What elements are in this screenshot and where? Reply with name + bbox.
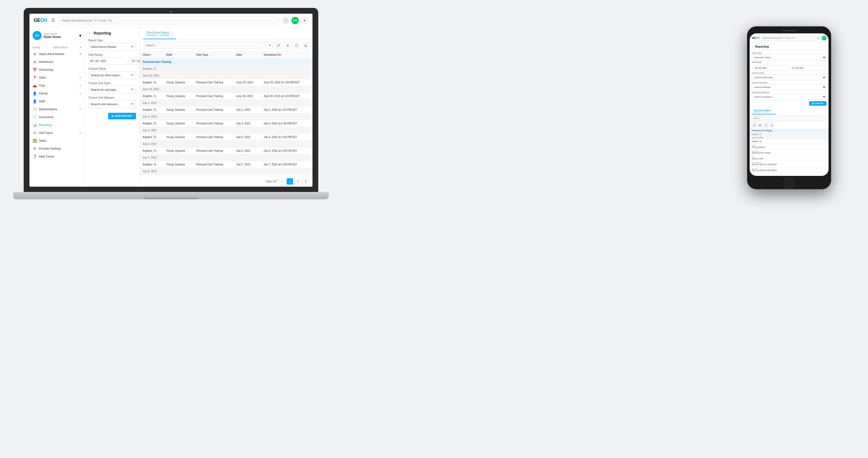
- table-cell-scheduled_on: July 1, 2022 at 1:45 PM EDT: [261, 106, 312, 113]
- sidebar-item-label: Scheduling: [39, 68, 81, 71]
- phone-date-range-row: →: [752, 64, 827, 70]
- phone-avatar-button[interactable]: DV: [822, 36, 827, 40]
- report-type-label: Report Type: [88, 39, 136, 42]
- phone-tab-content: Client Hours Report 6/29/2022 - 7/13/202…: [753, 109, 771, 113]
- col-date[interactable]: Date: [234, 51, 261, 59]
- report-tab[interactable]: Client Hours Report 6/29/2022 - 7/13/202…: [143, 31, 176, 39]
- global-search-input[interactable]: [59, 17, 279, 25]
- phone-visit-types-select[interactable]: Search by visit type...: [752, 84, 827, 90]
- phone-data-row-staff: Staff Young, Quianna: [750, 143, 829, 149]
- table-row[interactable]: Angeles, TyYoung, QuiannaPersonal Care T…: [140, 134, 312, 141]
- phone-staff-value: Young, Quianna: [752, 146, 827, 148]
- clear-search-button[interactable]: ✕: [266, 42, 273, 48]
- phone-excel-button[interactable]: 📊: [769, 123, 774, 128]
- user-info: GeoH Demo Dylan Vester: [44, 33, 77, 38]
- phone-report-tab[interactable]: Client Hours Report 6/29/2022 - 7/13/202…: [752, 109, 776, 115]
- choose-visit-statuses-select[interactable]: Search visit statuses...: [88, 100, 136, 108]
- back-button[interactable]: ←: [88, 31, 92, 35]
- page-3-button[interactable]: 3: [303, 178, 309, 185]
- phone-tab-bar: Client Hours Report 6/29/2022 - 7/13/202…: [750, 107, 829, 115]
- close-tab-button[interactable]: ×: [171, 32, 173, 35]
- sidebar-item-tasks[interactable]: ✅ Tasks: [29, 137, 85, 144]
- sidebar-item-super-admin[interactable]: ⊞ Super Administrator ▾: [29, 50, 85, 58]
- phone-visit-statuses-select[interactable]: Search visit statuses...: [752, 94, 827, 100]
- table-row[interactable]: Angeles, TyYoung, QuiannaPersonal Care T…: [140, 161, 312, 168]
- sidebar-item-clients[interactable]: 👤 Clients +: [29, 89, 85, 97]
- phone-date-range-label: Date Range: [752, 61, 827, 63]
- table-row[interactable]: Angeles, TyYoung, QuiannaPersonal Care T…: [140, 106, 312, 113]
- table-row[interactable]: Angeles, TyYoung, QuiannaPersonal Care T…: [140, 79, 312, 86]
- col-scheduled-on[interactable]: Scheduled On: [261, 51, 312, 59]
- phone-close-tab-button[interactable]: ×: [773, 110, 774, 112]
- phone-share-button[interactable]: 🔗: [752, 123, 756, 128]
- add-client-icon[interactable]: +: [79, 91, 81, 95]
- phone-visit-types-field: Choose Visit Types Search by visit type.…: [750, 80, 829, 90]
- phone-csv-button[interactable]: 📋: [763, 123, 768, 128]
- sidebar-item-help-center[interactable]: ❓ Help Center: [29, 153, 85, 160]
- prev-page-button[interactable]: ‹: [279, 178, 285, 185]
- hamburger-button[interactable]: ☰: [50, 17, 56, 24]
- sidebar-item-reporting[interactable]: 📊 Reporting: [29, 121, 85, 129]
- date-from-input[interactable]: [88, 57, 125, 65]
- table-cell-staff: Young, Quianna: [164, 93, 194, 100]
- report-search-input[interactable]: [144, 41, 264, 49]
- page-1-button[interactable]: 1: [287, 178, 293, 185]
- page-2-button[interactable]: 2: [294, 178, 301, 185]
- user-icon-button[interactable]: DV: [291, 17, 299, 24]
- col-client[interactable]: Client ↕: [140, 51, 164, 59]
- phone-date-to[interactable]: [791, 65, 825, 70]
- export-excel-button[interactable]: 📊: [302, 42, 309, 48]
- run-report-button[interactable]: ▶ RUN REPORT: [108, 113, 136, 119]
- choose-clients-select[interactable]: Search by client name...: [88, 71, 136, 79]
- sidebar-item-staff[interactable]: 👤 Staff: [29, 97, 85, 105]
- phone-clear-search-button[interactable]: ✕: [825, 117, 827, 119]
- table-cell-visit_type: Personal Care Training: [194, 161, 234, 168]
- phone-run-report-button[interactable]: RUN REPORT: [809, 101, 827, 106]
- table-row[interactable]: Angeles, TyYoung, QuiannaPersonal Care T…: [140, 120, 312, 127]
- sidebar-item-provider-settings[interactable]: ⚙ Provider Settings: [29, 144, 85, 153]
- phone-report-type-select[interactable]: Client Hours Report: [752, 55, 827, 60]
- sidebar-item-label: Provider Settings: [39, 147, 81, 150]
- phone-print-button[interactable]: 🖨: [757, 123, 762, 128]
- table-cell-date: July 7, 2022: [234, 161, 261, 168]
- phone-history-button[interactable]: 🕐: [817, 37, 820, 39]
- phone-report-search-input[interactable]: [752, 116, 824, 121]
- report-type-select[interactable]: Client Hours Report: [88, 43, 136, 51]
- export-csv-button[interactable]: 📋: [293, 42, 300, 48]
- sidebar-item-label: Visit Types: [39, 131, 77, 134]
- sidebar-item-dashboard[interactable]: ⊞ Dashboard: [29, 58, 85, 66]
- add-auth-icon[interactable]: +: [79, 107, 81, 111]
- choose-visit-types-select[interactable]: Search by visit type...: [88, 86, 136, 94]
- sidebar-item-visit-types[interactable]: 🏷 Visit Types +: [29, 129, 85, 137]
- settings-icon-button[interactable]: ▾: [301, 17, 308, 24]
- col-staff[interactable]: Staff: [164, 51, 194, 59]
- visit-types-icon: 🏷: [33, 131, 37, 135]
- add-visit-type-icon[interactable]: +: [79, 131, 81, 135]
- trips-icon: 🚗: [33, 83, 37, 88]
- sidebar-item-scheduling[interactable]: 📅 Scheduling: [29, 66, 85, 74]
- table-subgroup-header: Angeles, Ty: [140, 65, 312, 72]
- print-icon-button[interactable]: 🖨: [284, 42, 291, 48]
- table-row[interactable]: Angeles, TyYoung, QuiannaPersonal Care T…: [140, 93, 312, 100]
- add-visit-icon[interactable]: +: [79, 75, 81, 80]
- run-btn-label: RUN REPORT: [115, 115, 132, 118]
- sidebar-item-authorizations[interactable]: 🛡 Authorizations +: [29, 105, 85, 113]
- sidebar-item-visits[interactable]: 📍 Visits +: [29, 74, 85, 81]
- add-trip-icon[interactable]: +: [79, 83, 81, 88]
- history-icon-button[interactable]: 🕐: [282, 17, 289, 24]
- sidebar-item-trips[interactable]: 🚗 Trips +: [29, 81, 85, 89]
- chevron-down-icon: ▾: [80, 52, 81, 56]
- col-visit-type[interactable]: Visit Type: [194, 51, 234, 59]
- phone-back-button[interactable]: ←: [752, 45, 754, 48]
- phone-clients-label: Choose Clients: [752, 72, 827, 74]
- phone-toolbar: 🔗 🖨 📋 📊: [750, 122, 829, 129]
- phone-clients-select[interactable]: Search by client name...: [752, 74, 827, 80]
- phone-date-from[interactable]: [754, 65, 787, 70]
- phone-search-input[interactable]: [761, 35, 816, 41]
- sidebar-item-documents[interactable]: 📄 Documents: [29, 113, 85, 121]
- table-cell-visit_type: Personal Care Training: [194, 120, 234, 127]
- table-cell-date: July 5, 2022: [234, 134, 261, 141]
- phone-home-button[interactable]: [783, 177, 795, 189]
- share-icon-button[interactable]: 🔗: [275, 42, 282, 48]
- table-row[interactable]: Angeles, TyYoung, QuiannaPersonal Care T…: [140, 148, 312, 154]
